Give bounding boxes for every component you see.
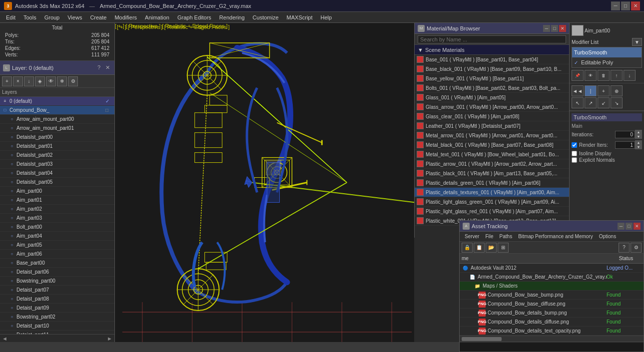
iterations-up[interactable]: ▲ bbox=[635, 130, 642, 134]
layer-item[interactable]: ○ Detaislst_part03 bbox=[0, 160, 114, 169]
material-item[interactable]: Base_yellow_001 ( VRayMtl ) [Base_part11… bbox=[415, 74, 569, 83]
modifier-list-arrow[interactable]: ▼ bbox=[632, 38, 642, 46]
render-iters-input[interactable] bbox=[615, 141, 635, 149]
menu-modifiers[interactable]: Modifiers bbox=[110, 13, 141, 21]
menu-create[interactable]: Create bbox=[86, 13, 110, 21]
material-item[interactable]: Leather_001 ( VRayMtl ) [Detaislst_part0… bbox=[415, 121, 569, 131]
layer-item[interactable]: ○ Aim_part00 bbox=[0, 187, 114, 196]
layer-item[interactable]: ○ Aim_part05 bbox=[0, 241, 114, 250]
material-browser-minimize[interactable]: ─ bbox=[543, 25, 550, 32]
asset-tool-3[interactable]: 📂 bbox=[486, 243, 497, 253]
mod-delete-btn[interactable]: 🗑 bbox=[598, 70, 610, 81]
menu-help[interactable]: Help bbox=[317, 13, 336, 21]
mod-down-btn[interactable]: ↓ bbox=[624, 70, 636, 81]
asset-item[interactable]: PNG Compound_Bow_details_diffuse.png Fou… bbox=[460, 318, 644, 327]
nav-icon-3[interactable]: + bbox=[598, 85, 610, 96]
layer-select-btn[interactable]: ◈ bbox=[35, 76, 45, 86]
asset-tracking-maximize[interactable]: □ bbox=[626, 223, 633, 230]
layer-item[interactable]: ○ Detaist_part08 bbox=[0, 295, 114, 304]
asset-tracking-minimize[interactable]: ─ bbox=[618, 223, 625, 230]
asset-help-btn[interactable]: ? bbox=[619, 243, 630, 253]
maximize-button[interactable]: □ bbox=[621, 1, 630, 10]
layer-close-btn[interactable]: ✕ bbox=[104, 64, 111, 71]
menu-views[interactable]: Views bbox=[63, 13, 86, 21]
layer-item[interactable]: ○ Detaislst_part04 bbox=[0, 169, 114, 178]
material-item[interactable]: Plastic_arrow_001 ( VRayMtl ) [Arrow_par… bbox=[415, 159, 569, 169]
material-item[interactable]: Glass_arrow_001 ( VRayMtl ) [Arrow_part0… bbox=[415, 102, 569, 112]
layer-properties-btn[interactable]: ⚙ bbox=[68, 76, 78, 86]
layer-item[interactable]: ○ Aim_part04 bbox=[0, 232, 114, 241]
asset-item[interactable]: 📁 Maps / Shaders bbox=[460, 282, 644, 291]
asset-item[interactable]: PNG Compound_Bow_details_bump.png Found bbox=[460, 309, 644, 318]
layer-help-btn[interactable]: ? bbox=[96, 64, 102, 71]
material-item[interactable]: Plastic_light_glass_red_001 ( VRayMtl ) … bbox=[415, 207, 569, 216]
layer-new-btn[interactable]: + bbox=[2, 76, 12, 86]
asset-menu-file[interactable]: File bbox=[482, 233, 496, 240]
asset-settings-btn[interactable]: ⚙ bbox=[631, 243, 642, 253]
menu-graph-editors[interactable]: Graph Editors bbox=[173, 13, 215, 21]
layer-item[interactable]: ○ Detaislst_part05 bbox=[0, 178, 114, 187]
explicit-normals-checkbox[interactable] bbox=[572, 157, 577, 163]
layer-item[interactable]: ○ Bolt_part00 bbox=[0, 223, 114, 232]
asset-menu-options[interactable]: Options bbox=[596, 233, 619, 240]
mod-up-btn[interactable]: ↑ bbox=[611, 70, 623, 81]
close-button[interactable]: ✕ bbox=[631, 1, 640, 10]
search-input[interactable] bbox=[418, 35, 566, 43]
nav-icon-8[interactable]: ↘ bbox=[611, 97, 623, 108]
layer-item[interactable]: ○ Detaislst_part01 bbox=[0, 142, 114, 151]
viewport[interactable]: [ + ] [ Perspective ] [ Realistic + Edge… bbox=[115, 23, 414, 342]
layer-hide-btn[interactable]: 👁 bbox=[46, 76, 56, 86]
material-browser-maximize[interactable]: □ bbox=[551, 25, 558, 32]
layer-item[interactable]: ○ Detaist_part07 bbox=[0, 286, 114, 295]
asset-input-area[interactable] bbox=[460, 342, 644, 352]
minimize-button[interactable]: ─ bbox=[611, 1, 620, 10]
material-item-selected[interactable]: Plastic_details_textures_001 ( VRayMtl )… bbox=[415, 188, 569, 197]
render-iters-down[interactable]: ▼ bbox=[635, 145, 642, 149]
asset-menu-server[interactable]: Server bbox=[462, 233, 482, 240]
asset-tool-2[interactable]: 📋 bbox=[474, 243, 485, 253]
asset-scroll-thumb[interactable] bbox=[462, 337, 502, 341]
asset-menu-bitmap[interactable]: Bitmap Performance and Memory bbox=[515, 233, 596, 240]
asset-item[interactable]: PNG Compound_Bow_base_bump.png Found bbox=[460, 291, 644, 300]
layer-delete-btn[interactable]: × bbox=[13, 76, 23, 86]
object-color-swatch[interactable] bbox=[572, 25, 584, 36]
menu-maxscript[interactable]: MAXScript bbox=[283, 13, 317, 21]
material-item[interactable]: Glass_001 ( VRayMtl ) [Aim_part05] bbox=[415, 93, 569, 102]
asset-item[interactable]: PNG Compound_Bow_base_diffuse.png Found bbox=[460, 300, 644, 309]
asset-menu-paths[interactable]: Paths bbox=[497, 233, 516, 240]
layer-add-selected-btn[interactable]: ↓ bbox=[24, 76, 34, 86]
material-item[interactable]: Base_black_001 ( VRayMtl ) [Base_part09,… bbox=[415, 64, 569, 74]
menu-tools[interactable]: Tools bbox=[19, 13, 40, 21]
material-item[interactable]: Base_001 ( VRayMtl ) [Base_part01, Base_… bbox=[415, 55, 569, 64]
mod-show-btn[interactable]: 👁 bbox=[585, 70, 597, 81]
layer-item[interactable]: ○ Detaislst_part02 bbox=[0, 151, 114, 160]
asset-tool-4[interactable]: ⊞ bbox=[498, 243, 509, 253]
asset-item[interactable]: 📄 Armed_Compound_Bow_Bear_Archery_Cruzer… bbox=[460, 273, 644, 282]
layer-item[interactable]: ○ Base_part00 bbox=[0, 259, 114, 268]
iterations-down[interactable]: ▼ bbox=[635, 134, 642, 139]
modifier-turbosmooth[interactable]: TurboSmooth bbox=[572, 47, 642, 57]
isoline-checkbox[interactable] bbox=[572, 151, 577, 156]
layer-item[interactable]: ○ Aim_part01 bbox=[0, 196, 114, 205]
layer-item[interactable]: ○ Detaislst_part00 bbox=[0, 133, 114, 142]
asset-item[interactable]: PNG Compound_Bow_details_text_opacity.pn… bbox=[460, 327, 644, 336]
material-item[interactable]: Metal_text_001 ( VRayMtl ) [Bow_Wheel_la… bbox=[415, 150, 569, 159]
scroll-right-btn[interactable]: ► bbox=[107, 336, 112, 342]
menu-edit[interactable]: Edit bbox=[2, 13, 19, 21]
menu-customize[interactable]: Customize bbox=[249, 13, 283, 21]
layer-item[interactable]: ≡ 0 (default) ✓ bbox=[0, 97, 114, 106]
material-item[interactable]: Plastic_black_001 ( VRayMtl ) [Aim_part1… bbox=[415, 169, 569, 178]
material-item[interactable]: Glass_clear_001 ( VRayMtl ) [Aim_part08] bbox=[415, 112, 569, 121]
asset-tracking-close[interactable]: ✕ bbox=[634, 223, 641, 230]
layer-item[interactable]: ○ Bowstring_part02 bbox=[0, 313, 114, 322]
layer-item[interactable]: ○ Detaist_part06 bbox=[0, 268, 114, 277]
material-item[interactable]: Metal_black_001 ( VRayMtl ) [Base_part07… bbox=[415, 140, 569, 150]
nav-icon-1[interactable]: ◄◄ bbox=[572, 85, 584, 96]
asset-command-input[interactable] bbox=[460, 342, 644, 352]
material-item[interactable]: Plastic_light_glass_green_001 ( VRayMtl … bbox=[415, 197, 569, 207]
layer-item[interactable]: ○ Bowstring_part00 bbox=[0, 277, 114, 286]
modifier-editable-poly[interactable]: ✓ Editable Poly bbox=[572, 57, 642, 67]
layer-item[interactable]: ○ Aim_part03 bbox=[0, 214, 114, 223]
nav-icon-6[interactable]: ↗ bbox=[585, 97, 597, 108]
iterations-input[interactable] bbox=[615, 131, 635, 138]
